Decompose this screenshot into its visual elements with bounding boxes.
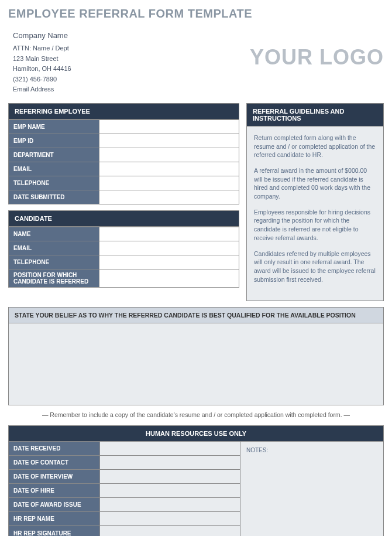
cand-email-input[interactable] bbox=[99, 241, 239, 255]
notes-label: NOTES: bbox=[246, 447, 268, 453]
header-row: Company Name ATTN: Name / Dept 123 Main … bbox=[8, 31, 384, 95]
hr-left: DATE RECEIVED DATE OF CONTACT DATE OF IN… bbox=[9, 442, 240, 536]
field-label: NAME bbox=[9, 227, 99, 241]
guidelines-p2: A referral award in the amount of $000.0… bbox=[254, 166, 376, 201]
right-column: REFERRAL GUIDELINES AND INSTRUCTIONS Ret… bbox=[246, 103, 384, 301]
hr-table: DATE RECEIVED DATE OF CONTACT DATE OF IN… bbox=[9, 442, 240, 536]
candidate-header: CANDIDATE bbox=[8, 210, 239, 227]
date-hire-input[interactable] bbox=[99, 484, 240, 498]
company-block: Company Name ATTN: Name / Dept 123 Main … bbox=[8, 31, 71, 95]
company-attn: ATTN: Name / Dept bbox=[13, 43, 71, 54]
company-street: 123 Main Street bbox=[13, 54, 71, 64]
date-interview-input[interactable] bbox=[99, 470, 240, 484]
company-citystate: Hamilton, OH 44416 bbox=[13, 64, 71, 74]
cand-name-input[interactable] bbox=[99, 227, 239, 241]
guidelines-header: REFERRAL GUIDELINES AND INSTRUCTIONS bbox=[246, 103, 384, 127]
field-label: HR REP SIGNATURE bbox=[9, 526, 99, 536]
referring-header: REFERRING EMPLOYEE bbox=[8, 103, 239, 120]
hr-notes-area[interactable]: NOTES: bbox=[240, 442, 383, 536]
field-label: DEPARTMENT bbox=[9, 148, 99, 162]
hr-rep-signature-input[interactable] bbox=[99, 526, 240, 536]
field-label: EMP ID bbox=[9, 134, 99, 148]
cand-telephone-input[interactable] bbox=[99, 255, 239, 269]
guidelines-p4: Candidates referred by multiple employee… bbox=[254, 250, 376, 284]
ref-email-input[interactable] bbox=[99, 162, 239, 176]
field-label: EMP NAME bbox=[9, 120, 99, 134]
field-label: POSITION FOR WHICH CANDIDATE IS REFERRED bbox=[9, 269, 99, 287]
hr-rep-name-input[interactable] bbox=[99, 512, 240, 526]
reminder-text: — Remember to include a copy of the cand… bbox=[8, 411, 384, 418]
hr-body: DATE RECEIVED DATE OF CONTACT DATE OF IN… bbox=[8, 442, 384, 536]
field-label: TELEPHONE bbox=[9, 176, 99, 190]
emp-name-input[interactable] bbox=[99, 120, 239, 134]
field-label: HR REP NAME bbox=[9, 512, 99, 526]
field-label: DATE OF AWARD ISSUE bbox=[9, 498, 99, 512]
qualification-header: STATE YOUR BELIEF AS TO WHY THE REFERRED… bbox=[8, 307, 384, 323]
date-award-input[interactable] bbox=[99, 498, 240, 512]
date-received-input[interactable] bbox=[99, 442, 240, 456]
date-contact-input[interactable] bbox=[99, 456, 240, 470]
field-label: TELEPHONE bbox=[9, 255, 99, 269]
left-column: REFERRING EMPLOYEE EMP NAME EMP ID DEPAR… bbox=[8, 103, 239, 301]
field-label: DATE SUBMITTED bbox=[9, 190, 99, 204]
cand-position-input[interactable] bbox=[99, 269, 239, 287]
main-columns: REFERRING EMPLOYEE EMP NAME EMP ID DEPAR… bbox=[8, 103, 384, 301]
ref-telephone-input[interactable] bbox=[99, 176, 239, 190]
candidate-table: NAME EMAIL TELEPHONE POSITION FOR WHICH … bbox=[8, 227, 239, 288]
qualification-textarea[interactable] bbox=[8, 323, 384, 405]
guidelines-p1: Return completed form along with the res… bbox=[254, 134, 376, 159]
company-phone: (321) 456-7890 bbox=[13, 74, 71, 85]
date-submitted-input[interactable] bbox=[99, 190, 239, 204]
field-label: EMAIL bbox=[9, 241, 99, 255]
referring-table: EMP NAME EMP ID DEPARTMENT EMAIL TELEPHO… bbox=[8, 120, 239, 204]
field-label: DATE RECEIVED bbox=[9, 442, 99, 456]
page-title: EMPLOYEE REFERRAL FORM TEMPLATE bbox=[8, 7, 384, 21]
company-email: Email Address bbox=[13, 84, 71, 95]
guidelines-box: Return completed form along with the res… bbox=[246, 127, 384, 301]
department-input[interactable] bbox=[99, 148, 239, 162]
hr-header: HUMAN RESOURCES USE ONLY bbox=[8, 425, 384, 442]
company-name: Company Name bbox=[13, 31, 71, 40]
guidelines-p3: Employees responsible for hiring decisio… bbox=[254, 208, 376, 243]
emp-id-input[interactable] bbox=[99, 134, 239, 148]
field-label: DATE OF CONTACT bbox=[9, 456, 99, 470]
field-label: EMAIL bbox=[9, 162, 99, 176]
logo-placeholder: YOUR LOGO bbox=[250, 45, 384, 70]
field-label: DATE OF HIRE bbox=[9, 484, 99, 498]
field-label: DATE OF INTERVIEW bbox=[9, 470, 99, 484]
